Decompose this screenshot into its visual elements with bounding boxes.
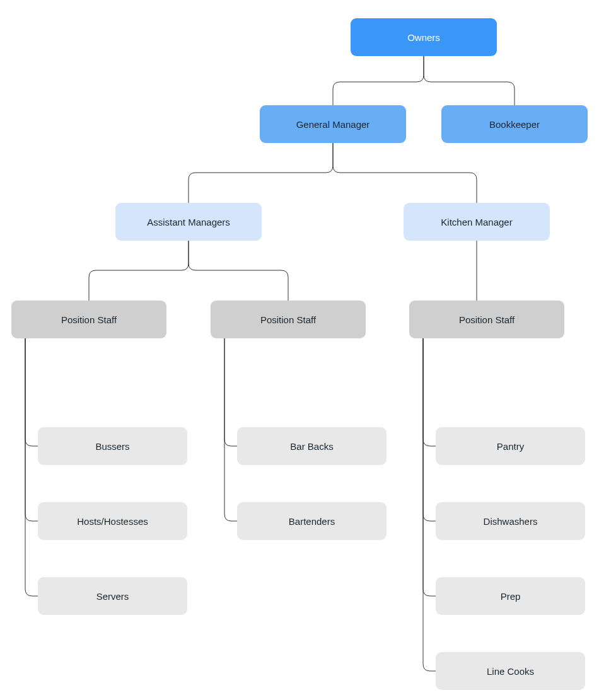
node-dishwashers: Dishwashers [436, 502, 585, 540]
node-owners: Owners [351, 18, 497, 56]
node-bussers: Bussers [38, 427, 187, 465]
node-bar-backs: Bar Backs [237, 427, 387, 465]
node-bookkeeper: Bookkeeper [441, 105, 588, 143]
node-position-staff-2: Position Staff [211, 301, 366, 338]
org-chart: Owners General Manager Bookkeeper Assist… [0, 0, 599, 700]
node-prep: Prep [436, 577, 585, 615]
node-hosts-hostesses: Hosts/Hostesses [38, 502, 187, 540]
node-servers: Servers [38, 577, 187, 615]
node-assistant-managers: Assistant Managers [115, 203, 262, 241]
node-general-manager: General Manager [260, 105, 406, 143]
node-kitchen-manager: Kitchen Manager [404, 203, 550, 241]
node-pantry: Pantry [436, 427, 585, 465]
node-position-staff-3: Position Staff [409, 301, 564, 338]
node-bartenders: Bartenders [237, 502, 387, 540]
node-line-cooks: Line Cooks [436, 652, 585, 690]
node-position-staff-1: Position Staff [11, 301, 166, 338]
